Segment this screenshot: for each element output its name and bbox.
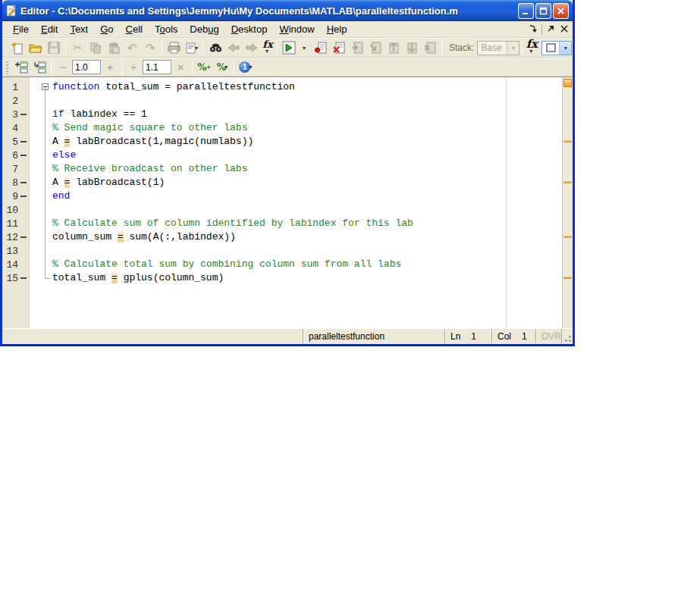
code-line[interactable]: end: [52, 189, 562, 203]
decrement-value-icon[interactable]: −: [54, 59, 72, 76]
code-token: total_sum = paralleltestfunction: [99, 81, 294, 92]
editor-app-icon[interactable]: [5, 5, 17, 17]
code-line[interactable]: % Receive broadcast on other labs: [52, 162, 562, 176]
code-line[interactable]: [52, 203, 562, 217]
warning-marker[interactable]: [563, 140, 572, 142]
gutter-row: 9: [2, 189, 29, 203]
menu-text[interactable]: Text: [64, 22, 94, 36]
continue-icon[interactable]: [403, 39, 421, 56]
insert-function-icon[interactable]: fx▾: [261, 39, 275, 56]
paste-icon[interactable]: [105, 39, 123, 56]
stack-label: Stack:: [449, 42, 474, 53]
panel-layout-chevron-icon[interactable]: ▾: [559, 42, 571, 55]
code-line[interactable]: A = labBroadcast(1): [52, 176, 562, 189]
menu-window[interactable]: Window: [273, 22, 320, 36]
dock-icon[interactable]: [526, 24, 540, 35]
resize-grip[interactable]: [562, 329, 573, 343]
eval-cell-comment-menu-icon[interactable]: %▾: [213, 59, 231, 76]
code-line[interactable]: % Send magic square to other labs: [52, 121, 562, 135]
breakpoint-dash[interactable]: [18, 136, 29, 148]
code-line[interactable]: if labindex == 1: [52, 108, 562, 121]
code-line[interactable]: total_sum = gplus(column_sum): [52, 271, 562, 285]
menu-go[interactable]: Go: [94, 22, 119, 36]
clear-all-breakpoints-icon[interactable]: [330, 39, 348, 56]
open-file-icon[interactable]: [27, 39, 45, 56]
stack-combobox[interactable]: Base ▾: [477, 41, 520, 55]
close-panel-icon[interactable]: [557, 25, 571, 34]
code-line[interactable]: % Calculate total sum by combining colum…: [52, 258, 562, 271]
title-bar[interactable]: Editor - C:\Documents and Settings\Jemmy…: [2, 0, 573, 21]
menu-edit[interactable]: Edit: [35, 22, 64, 36]
main-toolbar: ✂ ↶ ↷ ▾ fx▾ ▾ Stack: Base ▾ fx▾ ▾: [2, 38, 573, 58]
menu-cell[interactable]: Cell: [120, 22, 149, 36]
function-browser-icon[interactable]: fx▾: [525, 39, 538, 56]
code-line[interactable]: [52, 94, 562, 108]
insert-cell-dividers-around-icon[interactable]: [30, 59, 49, 76]
breakpoint-dash[interactable]: [18, 177, 29, 189]
warning-marker[interactable]: [563, 236, 572, 238]
step-out-icon[interactable]: [385, 39, 403, 56]
code-line[interactable]: else: [52, 149, 562, 162]
panel-layout-combobox[interactable]: ▾: [541, 41, 572, 55]
print-preview-icon[interactable]: ▾: [183, 39, 201, 56]
undock-icon[interactable]: [544, 24, 557, 34]
keyword-token: end: [52, 190, 70, 202]
menu-desktop[interactable]: Desktop: [225, 22, 274, 36]
message-indicator-bar: [562, 77, 573, 328]
divide-value-icon[interactable]: ÷: [124, 59, 143, 76]
breakpoint-dash[interactable]: [18, 109, 29, 120]
eval-cell-comment-plus-icon[interactable]: %+: [195, 59, 213, 76]
fold-extent-line: [45, 88, 50, 279]
warning-marker[interactable]: [563, 277, 572, 279]
exit-debug-icon[interactable]: [421, 39, 439, 56]
save-file-icon[interactable]: [45, 39, 63, 56]
step-in-icon[interactable]: [366, 39, 385, 56]
file-warning-indicator[interactable]: [563, 79, 572, 87]
step-icon[interactable]: [348, 39, 366, 56]
gutter-row: 10: [2, 203, 29, 217]
breakpoint-dash[interactable]: [18, 191, 29, 202]
code-area[interactable]: function total_sum = paralleltestfunctio…: [51, 77, 562, 328]
cell-toolbar-grip[interactable]: [5, 61, 9, 74]
line-number: 6: [2, 150, 18, 161]
go-back-icon[interactable]: [224, 39, 243, 56]
breakpoint-dash[interactable]: [18, 232, 29, 243]
cell-value-1-input[interactable]: [72, 60, 101, 74]
breakpoint-dash[interactable]: [18, 273, 29, 284]
code-line[interactable]: column_sum = sum(A(:,labindex)): [52, 230, 562, 244]
gutter-row: 13: [2, 244, 29, 258]
set-clear-breakpoint-icon[interactable]: [312, 39, 330, 56]
code-line[interactable]: A = labBroadcast(1,magic(numlabs)): [52, 135, 562, 149]
menu-help[interactable]: Help: [321, 22, 353, 36]
minimize-button[interactable]: [518, 3, 534, 19]
stack-chevron-icon[interactable]: ▾: [507, 42, 519, 55]
publish-info-icon[interactable]: 1▾: [237, 59, 255, 76]
run-icon[interactable]: [280, 39, 298, 56]
go-forward-icon[interactable]: [243, 39, 261, 56]
menu-tools[interactable]: Tools: [149, 22, 184, 36]
find-icon[interactable]: [206, 39, 224, 56]
multiply-value-icon[interactable]: ×: [171, 59, 190, 76]
menu-file[interactable]: File: [7, 22, 35, 36]
cut-icon[interactable]: ✂: [68, 39, 86, 56]
run-menu-caret[interactable]: ▾: [298, 39, 312, 56]
editor-pane: 123456789101112131415 function total_sum…: [2, 77, 573, 328]
code-line[interactable]: % Calculate sum of column identified by …: [52, 217, 562, 230]
insert-cell-divider-icon[interactable]: [12, 59, 30, 76]
restore-button[interactable]: [535, 3, 551, 19]
menu-debug[interactable]: Debug: [184, 22, 224, 36]
increment-value-icon[interactable]: +: [101, 59, 119, 76]
redo-icon[interactable]: ↷: [141, 39, 159, 56]
status-function-name: paralleltestfunction: [303, 329, 445, 343]
close-button[interactable]: [553, 3, 569, 19]
undo-icon[interactable]: ↶: [123, 39, 141, 56]
cell-toolbar: − + ÷ × %+ %▾ 1▾: [2, 58, 573, 77]
code-line[interactable]: [52, 244, 562, 258]
print-icon[interactable]: [165, 39, 183, 56]
code-line[interactable]: function total_sum = paralleltestfunctio…: [52, 80, 562, 94]
breakpoint-dash[interactable]: [18, 150, 29, 161]
cell-value-2-input[interactable]: [143, 60, 171, 74]
warning-marker[interactable]: [563, 181, 572, 183]
new-file-icon[interactable]: [8, 39, 27, 56]
copy-icon[interactable]: [86, 39, 105, 56]
